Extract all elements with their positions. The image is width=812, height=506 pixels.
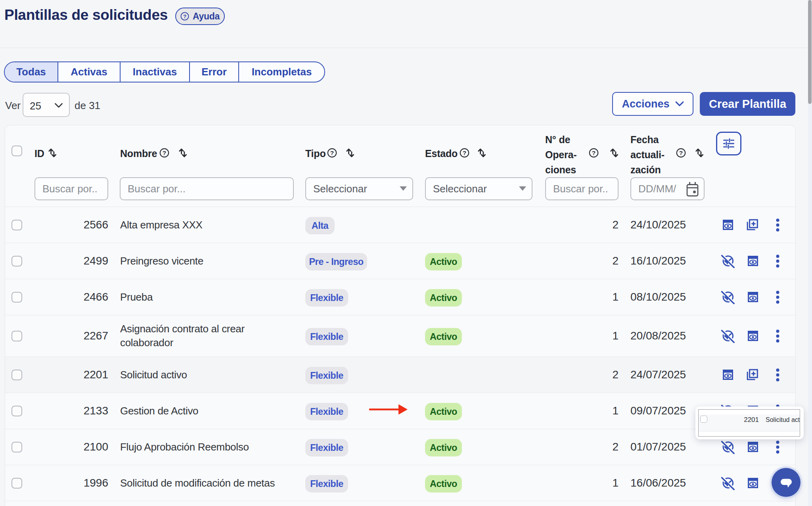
svg-text:?: ? bbox=[592, 150, 596, 156]
svg-text:?: ? bbox=[330, 150, 334, 156]
svg-text:?: ? bbox=[463, 150, 466, 156]
svg-text:?: ? bbox=[679, 150, 683, 156]
svg-text:?: ? bbox=[163, 150, 166, 156]
svg-text:?: ? bbox=[183, 13, 186, 19]
